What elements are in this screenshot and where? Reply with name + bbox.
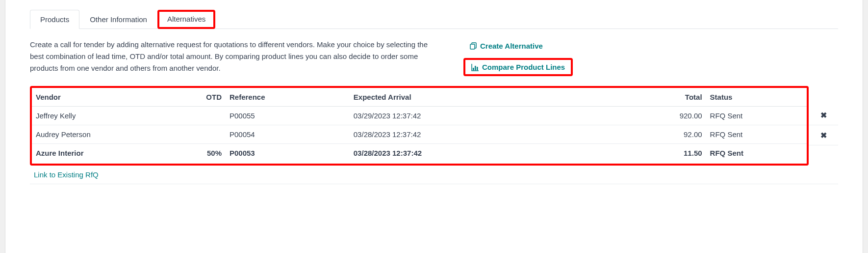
delete-column: ✖✖: [809, 84, 838, 166]
link-to-existing-rfq[interactable]: Link to Existing RfQ: [30, 166, 809, 184]
tab-products[interactable]: Products: [30, 10, 79, 29]
status-cell: RFQ Sent: [706, 107, 807, 125]
tab-other-information[interactable]: Other Information: [79, 10, 157, 29]
column-total[interactable]: Total: [660, 88, 706, 107]
svg-rect-3: [477, 67, 478, 70]
column-status[interactable]: Status: [706, 88, 807, 107]
compare-product-lines-button[interactable]: Compare Product Lines: [463, 58, 573, 76]
expected-arrival-cell: 03/29/2023 12:37:42: [350, 107, 660, 125]
delete-row-icon[interactable]: ✖: [820, 131, 827, 140]
vendor-cell: Jeffrey Kelly: [32, 107, 195, 125]
description-text: Create a call for tender by adding alter…: [30, 39, 434, 74]
copy-icon: [469, 42, 477, 50]
tabs: Products Other Information Alternatives: [30, 10, 838, 29]
expected-arrival-cell: 03/28/2023 12:37:42: [350, 144, 660, 163]
content-row: Create a call for tender by adding alter…: [30, 29, 838, 84]
column-reference[interactable]: Reference: [226, 88, 350, 107]
delete-column-spacer: [809, 166, 838, 184]
column-otd[interactable]: OTD: [195, 88, 226, 107]
svg-rect-2: [475, 66, 476, 70]
alternatives-table-grid: Vendor OTD Reference Expected Arrival To…: [30, 84, 838, 184]
bar-chart-icon: [471, 63, 479, 71]
table-row[interactable]: Azure Interior50%P0005303/28/2023 12:37:…: [32, 144, 807, 163]
vendor-cell: Audrey Peterson: [32, 125, 195, 144]
create-alternative-label: Create Alternative: [480, 42, 543, 50]
column-expected-arrival[interactable]: Expected Arrival: [350, 88, 660, 107]
svg-rect-1: [473, 68, 474, 70]
otd-cell: 50%: [195, 144, 226, 163]
svg-rect-0: [470, 44, 475, 49]
tab-alternatives[interactable]: Alternatives: [157, 10, 215, 29]
table-header-row: Vendor OTD Reference Expected Arrival To…: [32, 88, 807, 107]
delete-header-spacer: [809, 84, 838, 105]
reference-cell: P00053: [226, 144, 350, 163]
table-row[interactable]: Jeffrey KellyP0005503/29/2023 12:37:4292…: [32, 107, 807, 125]
actions: Create Alternative Compare Product Lines: [463, 39, 573, 76]
vendor-cell: Azure Interior: [32, 144, 195, 163]
alternatives-table-highlight: Vendor OTD Reference Expected Arrival To…: [30, 86, 809, 166]
status-cell: RFQ Sent: [706, 144, 807, 163]
total-cell: 11.50: [660, 144, 706, 163]
create-alternative-button[interactable]: Create Alternative: [463, 39, 549, 53]
alternatives-panel: Products Other Information Alternatives …: [5, 0, 863, 253]
alternatives-table: Vendor OTD Reference Expected Arrival To…: [32, 88, 807, 162]
delete-cell: ✖: [809, 105, 838, 125]
table-row[interactable]: Audrey PetersonP0005403/28/2023 12:37:42…: [32, 125, 807, 144]
total-cell: 920.00: [660, 107, 706, 125]
otd-cell: [195, 125, 226, 144]
delete-cell: ✖: [809, 125, 838, 145]
expected-arrival-cell: 03/28/2023 12:37:42: [350, 125, 660, 144]
reference-cell: P00054: [226, 125, 350, 144]
total-cell: 92.00: [660, 125, 706, 144]
reference-cell: P00055: [226, 107, 350, 125]
status-cell: RFQ Sent: [706, 125, 807, 144]
delete-cell: [809, 145, 838, 166]
compare-product-lines-label: Compare Product Lines: [482, 63, 565, 71]
column-vendor[interactable]: Vendor: [32, 88, 195, 107]
otd-cell: [195, 107, 226, 125]
delete-row-icon[interactable]: ✖: [820, 111, 827, 120]
